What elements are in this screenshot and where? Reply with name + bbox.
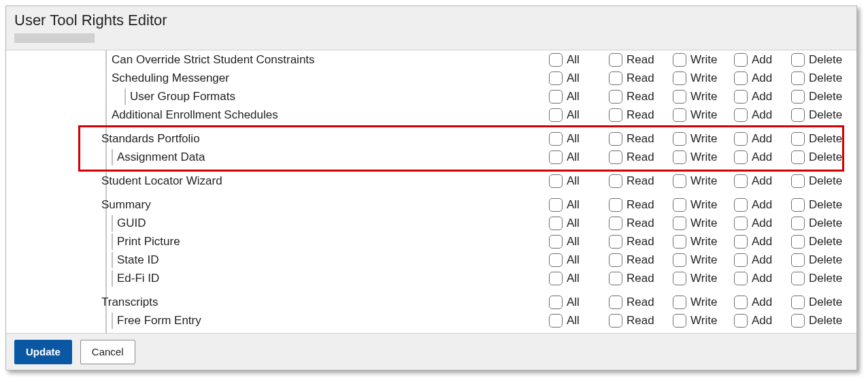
perm-cell-delete: Delete bbox=[791, 235, 856, 249]
perm-checkbox-delete[interactable] bbox=[791, 132, 805, 146]
perm-checkbox-all[interactable] bbox=[549, 272, 563, 285]
perm-checkbox-all[interactable] bbox=[549, 314, 563, 328]
perm-checkbox-delete[interactable] bbox=[791, 235, 805, 249]
perm-checkbox-add[interactable] bbox=[734, 174, 748, 188]
perm-checkbox-read[interactable] bbox=[609, 314, 622, 328]
perm-checkbox-read[interactable] bbox=[609, 71, 622, 85]
tree-indent-bar bbox=[112, 215, 113, 232]
perm-checkbox-all[interactable] bbox=[549, 71, 563, 85]
perm-checkbox-write[interactable] bbox=[673, 90, 686, 104]
perm-checkbox-all[interactable] bbox=[549, 198, 563, 212]
perm-label-write: Write bbox=[690, 198, 717, 212]
perm-label-delete: Delete bbox=[809, 235, 842, 249]
perm-checkbox-add[interactable] bbox=[734, 235, 748, 249]
perm-cell-write: Write bbox=[673, 198, 734, 212]
perm-checkbox-all[interactable] bbox=[549, 150, 563, 164]
perm-checkbox-write[interactable] bbox=[673, 217, 686, 230]
perm-cell-write: Write bbox=[673, 108, 734, 122]
perm-checkbox-all[interactable] bbox=[549, 235, 563, 249]
perm-checkbox-read[interactable] bbox=[609, 296, 622, 309]
perm-checkbox-read[interactable] bbox=[609, 235, 622, 249]
perm-checkbox-write[interactable] bbox=[673, 174, 686, 188]
panel-header: User Tool Rights Editor bbox=[6, 6, 856, 50]
cancel-button[interactable]: Cancel bbox=[80, 340, 135, 364]
perm-checkbox-read[interactable] bbox=[609, 198, 622, 212]
perm-checkbox-write[interactable] bbox=[673, 108, 686, 122]
perm-checkbox-all[interactable] bbox=[549, 296, 563, 309]
perm-checkbox-delete[interactable] bbox=[791, 71, 805, 85]
perm-label-read: Read bbox=[627, 198, 654, 212]
rights-row: Additional Enrollment SchedulesAllReadWr… bbox=[6, 106, 856, 124]
perm-checkbox-read[interactable] bbox=[609, 132, 622, 146]
perm-checkbox-write[interactable] bbox=[673, 132, 686, 146]
perm-label-all: All bbox=[567, 198, 580, 212]
perm-checkbox-add[interactable] bbox=[734, 132, 748, 146]
perm-cell-delete: Delete bbox=[791, 53, 856, 67]
perm-checkbox-write[interactable] bbox=[673, 296, 686, 309]
perm-checkbox-read[interactable] bbox=[609, 53, 622, 67]
perm-checkbox-write[interactable] bbox=[673, 71, 686, 85]
perm-checkbox-add[interactable] bbox=[734, 296, 748, 309]
perm-checkbox-all[interactable] bbox=[549, 253, 563, 267]
perm-cell-write: Write bbox=[673, 174, 734, 188]
perm-checkbox-read[interactable] bbox=[609, 253, 622, 267]
perm-checkbox-read[interactable] bbox=[609, 90, 622, 104]
perm-checkbox-add[interactable] bbox=[734, 71, 748, 85]
perm-checkbox-delete[interactable] bbox=[791, 253, 805, 267]
perm-cell-all: All bbox=[549, 108, 609, 122]
rights-row: Assignment DataAllReadWriteAddDelete bbox=[6, 148, 856, 166]
perm-checkbox-add[interactable] bbox=[734, 108, 748, 122]
perm-checkbox-delete[interactable] bbox=[791, 272, 805, 285]
perm-cell-write: Write bbox=[673, 150, 734, 164]
perm-cell-write: Write bbox=[673, 132, 734, 146]
update-button[interactable]: Update bbox=[14, 340, 72, 364]
perm-checkbox-all[interactable] bbox=[549, 53, 563, 67]
perm-checkbox-all[interactable] bbox=[549, 108, 563, 122]
perm-checkbox-write[interactable] bbox=[673, 272, 686, 285]
perm-checkbox-all[interactable] bbox=[549, 90, 563, 104]
perm-checkbox-delete[interactable] bbox=[791, 53, 805, 67]
perm-checkbox-write[interactable] bbox=[673, 235, 686, 249]
perm-checkbox-add[interactable] bbox=[734, 53, 748, 67]
perm-checkbox-all[interactable] bbox=[549, 132, 563, 146]
rights-row-label-cell: Additional Enrollment Schedules bbox=[6, 108, 549, 122]
perm-checkbox-delete[interactable] bbox=[791, 296, 805, 309]
perm-checkbox-delete[interactable] bbox=[791, 90, 805, 104]
perm-checkbox-add[interactable] bbox=[734, 253, 748, 267]
perm-checkbox-write[interactable] bbox=[673, 198, 686, 212]
rights-row-label-cell: Ed-Fi ID bbox=[6, 270, 549, 287]
rights-row-label: State ID bbox=[117, 253, 158, 267]
perm-checkbox-write[interactable] bbox=[673, 314, 686, 328]
perm-checkbox-delete[interactable] bbox=[791, 217, 805, 230]
perm-cell-all: All bbox=[549, 253, 609, 267]
perm-checkbox-add[interactable] bbox=[734, 217, 748, 230]
perm-checkbox-read[interactable] bbox=[609, 108, 622, 122]
perm-cell-all: All bbox=[549, 296, 609, 309]
perm-checkbox-add[interactable] bbox=[734, 90, 748, 104]
perm-checkbox-write[interactable] bbox=[673, 53, 686, 67]
perm-checkbox-delete[interactable] bbox=[791, 108, 805, 122]
perm-checkbox-delete[interactable] bbox=[791, 198, 805, 212]
rights-row-label-cell: State ID bbox=[6, 252, 549, 268]
perm-cell-delete: Delete bbox=[791, 132, 856, 146]
perm-checkbox-read[interactable] bbox=[609, 174, 622, 188]
perm-checkbox-write[interactable] bbox=[673, 150, 686, 164]
perm-label-delete: Delete bbox=[809, 253, 842, 267]
perm-checkbox-delete[interactable] bbox=[791, 150, 805, 164]
perm-checkbox-all[interactable] bbox=[549, 174, 563, 188]
perm-checkbox-read[interactable] bbox=[609, 272, 622, 285]
perm-checkbox-delete[interactable] bbox=[791, 314, 805, 328]
perm-cell-add: Add bbox=[734, 174, 791, 188]
perm-checkbox-add[interactable] bbox=[734, 150, 748, 164]
perm-checkbox-read[interactable] bbox=[609, 217, 622, 230]
rights-row-label-cell: Free Form Entry bbox=[6, 313, 549, 329]
perm-checkbox-all[interactable] bbox=[549, 217, 563, 230]
perm-checkbox-read[interactable] bbox=[609, 150, 622, 164]
perm-checkbox-delete[interactable] bbox=[791, 174, 805, 188]
group-spacer bbox=[6, 124, 856, 129]
perm-checkbox-add[interactable] bbox=[734, 198, 748, 212]
perm-checkbox-add[interactable] bbox=[734, 272, 748, 285]
perm-label-delete: Delete bbox=[809, 71, 842, 85]
perm-checkbox-add[interactable] bbox=[734, 314, 748, 328]
perm-checkbox-write[interactable] bbox=[673, 253, 686, 267]
